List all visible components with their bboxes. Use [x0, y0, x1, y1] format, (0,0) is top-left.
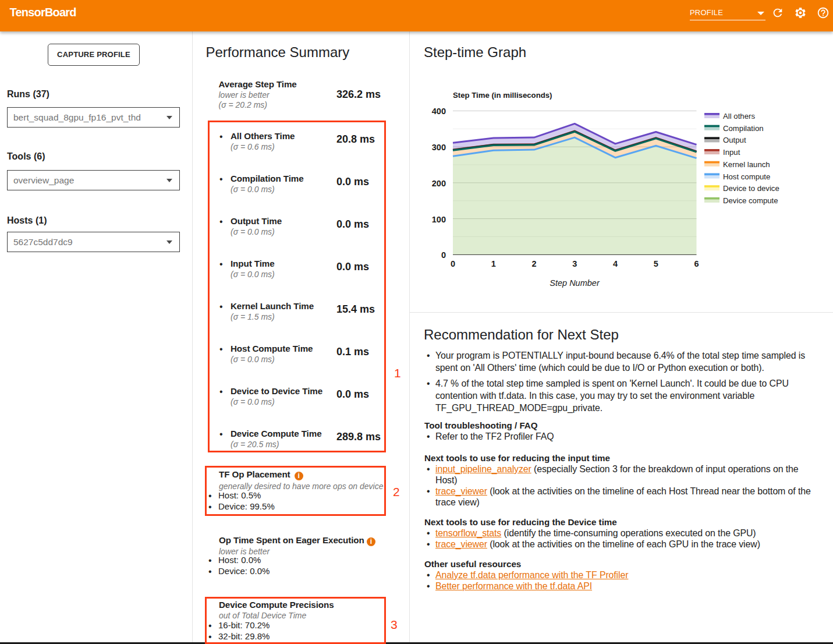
svg-text:Step Time (in milliseconds): Step Time (in milliseconds) — [453, 91, 552, 100]
svg-text:0: 0 — [441, 250, 446, 260]
svg-text:400: 400 — [432, 107, 446, 116]
svg-text:6: 6 — [694, 259, 699, 268]
svg-text:300: 300 — [432, 143, 446, 152]
svg-text:Compilation: Compilation — [723, 124, 764, 133]
svg-text:Device to device: Device to device — [723, 184, 779, 193]
svg-text:0: 0 — [451, 259, 455, 268]
svg-text:100: 100 — [432, 215, 446, 224]
svg-text:Step Number: Step Number — [550, 278, 600, 288]
svg-text:Kernel launch: Kernel launch — [723, 160, 770, 169]
svg-text:2: 2 — [531, 259, 536, 268]
svg-text:3: 3 — [572, 259, 577, 268]
svg-text:4: 4 — [613, 259, 618, 268]
svg-text:Output: Output — [723, 136, 746, 144]
svg-text:Host compute: Host compute — [723, 172, 770, 181]
svg-text:1: 1 — [491, 259, 496, 268]
svg-text:5: 5 — [654, 259, 658, 268]
svg-text:Device compute: Device compute — [723, 196, 778, 205]
svg-text:Input: Input — [723, 148, 740, 157]
svg-text:200: 200 — [432, 179, 446, 188]
svg-text:All others: All others — [723, 112, 755, 121]
